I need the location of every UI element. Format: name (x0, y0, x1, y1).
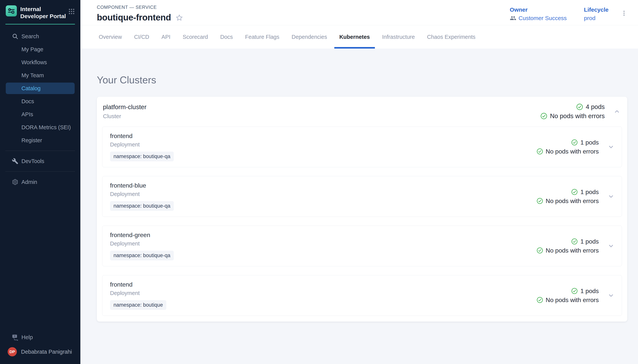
sidebar-item-admin[interactable]: Admin (0, 176, 80, 188)
lifecycle-label: Lifecycle (584, 6, 608, 13)
content-area: Your Clusters platform-cluster Cluster 4… (80, 48, 638, 364)
sidebar: Internal Developer Portal Search (0, 0, 80, 364)
deployment-pods-count: 1 pods (571, 139, 599, 146)
help-chat-icon: ? (12, 334, 22, 341)
chevron-up-icon[interactable] (613, 108, 621, 115)
deployment-card[interactable]: frontend Deployment namespace: boutique-… (102, 126, 622, 167)
tab-kubernetes[interactable]: Kubernetes (333, 25, 376, 48)
lifecycle-value: prod (584, 15, 608, 22)
cluster-card: platform-cluster Cluster 4 pods No pods … (97, 97, 627, 322)
check-circle-icon (571, 189, 578, 195)
deployment-card[interactable]: frontend-green Deployment namespace: bou… (102, 226, 622, 266)
sidebar-item-search[interactable]: Search (0, 30, 80, 43)
svg-text:?: ? (14, 335, 15, 338)
sidebar-item-my-page[interactable]: My Page (0, 43, 80, 56)
chevron-down-icon[interactable] (607, 193, 615, 200)
sliders-logo-icon (8, 7, 15, 15)
check-circle-icon (571, 238, 578, 245)
sidebar-item-label: Catalog (22, 85, 41, 92)
tab-cicd[interactable]: CI/CD (128, 25, 155, 48)
check-circle-icon (537, 247, 543, 254)
deployment-kind: Deployment (110, 240, 174, 247)
tab-dependencies[interactable]: Dependencies (285, 25, 333, 48)
people-icon (510, 15, 516, 22)
sidebar-item-label: Docs (22, 98, 34, 104)
chevron-down-icon[interactable] (607, 242, 615, 250)
deployment-pods-errors: No pods with errors (537, 247, 599, 254)
tab-infrastructure[interactable]: Infrastructure (376, 25, 421, 48)
deployment-kind: Deployment (110, 191, 174, 197)
sidebar-item-apis[interactable]: APIs (0, 108, 80, 121)
sidebar-item-label: Register (22, 137, 42, 144)
tab-feature-flags[interactable]: Feature Flags (239, 25, 285, 48)
sidebar-item-dora-metrics[interactable]: DORA Metrics (SEI) (0, 121, 80, 134)
avatar: DP (8, 347, 17, 356)
owner-block: Owner Customer Success (510, 6, 567, 22)
tab-scorecard[interactable]: Scorecard (177, 25, 214, 48)
sidebar-item-label: Workflows (22, 59, 47, 66)
deployment-name: frontend-blue (110, 182, 174, 189)
chevron-down-icon[interactable] (607, 292, 615, 300)
deployment-pods-errors: No pods with errors (537, 198, 599, 204)
check-circle-icon (537, 297, 543, 303)
sidebar-item-label: My Page (22, 46, 43, 52)
tab-overview[interactable]: Overview (93, 25, 128, 48)
app-title: Internal Developer Portal (20, 6, 67, 20)
tab-bar: Overview CI/CD API Scorecard Docs Featur… (80, 25, 638, 48)
deployment-list: frontend Deployment namespace: boutique-… (97, 126, 627, 316)
check-circle-icon (571, 139, 578, 146)
sidebar-nav: Search My Page Workflows My Team Catalog… (0, 30, 80, 188)
tab-chaos-experiments[interactable]: Chaos Experiments (421, 25, 482, 48)
sidebar-item-label: APIs (22, 111, 33, 118)
sidebar-item-workflows[interactable]: Workflows (0, 56, 80, 69)
deployment-pods-count: 1 pods (571, 288, 599, 294)
deployment-name: frontend-green (110, 232, 174, 238)
deployment-pods-errors: No pods with errors (537, 148, 599, 155)
user-name: Debabrata Panigrahi (21, 349, 72, 355)
kebab-menu-icon[interactable] (621, 10, 627, 17)
namespace-chip: namespace: boutique (110, 300, 166, 310)
user-menu[interactable]: DP Debabrata Panigrahi (0, 344, 80, 360)
app-root: Internal Developer Portal Search (0, 0, 638, 364)
sidebar-item-label: DevTools (22, 158, 44, 164)
favorite-star-icon[interactable] (176, 14, 183, 22)
sidebar-item-catalog[interactable]: Catalog (6, 82, 75, 94)
sidebar-footer: ? Help DP Debabrata Panigrahi (0, 331, 80, 364)
sidebar-item-help[interactable]: ? Help (0, 331, 80, 344)
check-circle-icon (571, 288, 578, 294)
sidebar-item-my-team[interactable]: My Team (0, 69, 80, 82)
deployment-kind: Deployment (110, 290, 166, 296)
wrench-icon (12, 158, 22, 164)
deployment-card[interactable]: frontend Deployment namespace: boutique … (102, 275, 622, 316)
check-circle-icon (537, 148, 543, 155)
gear-icon (12, 179, 22, 185)
namespace-chip: namespace: boutique-qa (110, 201, 174, 211)
chevron-down-icon[interactable] (607, 143, 615, 151)
tab-docs[interactable]: Docs (214, 25, 239, 48)
sidebar-header: Internal Developer Portal (0, 0, 80, 20)
sidebar-item-label: My Team (22, 72, 44, 78)
main-area: COMPONENT — SERVICE boutique-frontend Ow… (80, 0, 638, 364)
sidebar-item-docs[interactable]: Docs (0, 95, 80, 108)
cluster-pods-errors: No pods with errors (540, 112, 605, 120)
page-title: boutique-frontend (97, 12, 171, 22)
sidebar-item-label: Search (22, 33, 39, 40)
breadcrumb: COMPONENT — SERVICE (97, 4, 183, 10)
namespace-chip: namespace: boutique-qa (110, 152, 174, 161)
tab-api[interactable]: API (155, 25, 177, 48)
deployment-card[interactable]: frontend-blue Deployment namespace: bout… (102, 176, 622, 217)
deployment-name: frontend (110, 281, 166, 288)
check-circle-icon (537, 198, 543, 204)
owner-link[interactable]: Customer Success (510, 15, 567, 22)
owner-label: Owner (510, 6, 567, 13)
deployment-name: frontend (110, 132, 174, 140)
cluster-pods-count: 4 pods (576, 103, 605, 110)
sidebar-accent-divider (5, 24, 75, 24)
cluster-accordion-header[interactable]: platform-cluster Cluster 4 pods No pods … (97, 97, 627, 126)
app-grid-icon[interactable] (67, 7, 76, 16)
sidebar-item-devtools[interactable]: DevTools (0, 155, 80, 168)
sidebar-item-register[interactable]: Register (0, 134, 80, 147)
sidebar-item-label: Admin (22, 179, 37, 185)
lifecycle-block: Lifecycle prod (584, 6, 608, 22)
sidebar-item-label: DORA Metrics (SEI) (22, 124, 71, 130)
